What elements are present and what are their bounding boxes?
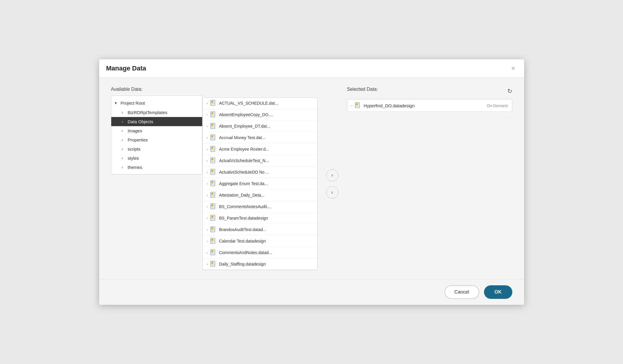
file-chevron-icon: › [207, 216, 208, 220]
file-chevron-icon: › [207, 113, 208, 116]
file-item[interactable]: › ActualVsScheduleTest_N... [203, 155, 317, 167]
selected-item-chevron-icon: › [351, 104, 353, 107]
file-name: Absent_Employee_DT.dat... [219, 124, 270, 129]
file-item[interactable]: › BrandosAuditTest.datad... [203, 224, 317, 235]
datadesign-file-icon [210, 238, 217, 244]
svg-rect-3 [211, 103, 214, 104]
svg-rect-46 [211, 227, 213, 229]
tree-item-styles-label: styles [128, 156, 139, 161]
close-button[interactable]: × [510, 65, 517, 72]
svg-rect-51 [211, 241, 214, 242]
svg-rect-60 [211, 265, 213, 266]
tree-item-biz[interactable]: › BizRDRptTemplates [111, 108, 202, 117]
file-name: Daily_Staffing.datadesign [219, 262, 266, 266]
svg-rect-63 [356, 106, 359, 106]
svg-rect-50 [211, 239, 213, 241]
selected-datadesign-icon [355, 102, 361, 109]
datadesign-file-icon [210, 180, 217, 187]
file-item[interactable]: › Aggregate Enum Test.da... [203, 178, 317, 190]
file-item[interactable]: › BS_ParamTest.datadesign [203, 213, 317, 224]
file-item[interactable]: › BS_CommentsNotesAudit.... [203, 201, 317, 213]
cancel-button[interactable]: Cancel [444, 285, 479, 299]
selected-item-name: Hyperfind_DO.datadesign [364, 103, 487, 108]
file-list: › ACTUAL_VS_SCHEDULE.dat... › [203, 98, 317, 270]
file-item[interactable]: › ACTUAL_VS_SCHEDULE.dat... [203, 98, 317, 109]
svg-rect-24 [211, 162, 213, 162]
file-chevron-icon: › [207, 136, 208, 139]
svg-rect-36 [211, 196, 213, 197]
file-item[interactable]: › Absent_Employee_DT.dat... [203, 121, 317, 132]
tree-item-styles[interactable]: › styles [111, 154, 202, 163]
add-to-selected-button[interactable]: › [326, 169, 339, 182]
tree-item-images[interactable]: › Images [111, 126, 202, 135]
styles-chevron-icon: › [122, 156, 127, 160]
file-name: CommentsAndNotes.datad... [219, 250, 272, 255]
file-name: Accrual Money Test.dat... [219, 135, 265, 140]
svg-rect-31 [211, 184, 214, 185]
ok-button[interactable]: OK [484, 285, 512, 299]
file-item[interactable]: › AbsentEmployeeCopy_DO.... [203, 109, 317, 121]
refresh-button[interactable]: ↻ [507, 88, 512, 95]
svg-rect-62 [356, 103, 358, 105]
file-item[interactable]: › ActualvsScheduleDO No ... [203, 167, 317, 178]
tree-item-data-objects-label: Data Objects [128, 119, 153, 124]
datadesign-file-icon [210, 111, 217, 118]
svg-rect-15 [211, 138, 214, 139]
svg-rect-64 [356, 107, 358, 107]
file-item[interactable]: › Acme Employee Roster.d... [203, 144, 317, 155]
selected-panel-content: › Hyperfind_DO.datadesign On-Demand [347, 99, 512, 112]
svg-rect-34 [211, 193, 213, 195]
datadesign-file-icon [210, 249, 217, 256]
file-chevron-icon: › [207, 159, 208, 162]
svg-rect-20 [211, 150, 213, 151]
tree-item-data-objects[interactable]: › Data Objects [111, 117, 202, 126]
svg-rect-47 [211, 230, 214, 230]
tree-item-properties[interactable]: › Properties [111, 135, 202, 144]
on-demand-badge: On-Demand [487, 103, 508, 108]
file-chevron-icon: › [207, 101, 208, 105]
file-name: ActualvsScheduleDO No ... [219, 170, 269, 174]
svg-rect-16 [211, 139, 213, 139]
selected-data-label: Selected Data: [347, 87, 378, 92]
file-chevron-icon: › [207, 262, 208, 266]
svg-rect-8 [211, 116, 213, 116]
file-item[interactable]: › Attestation_Daily_Deta... [203, 190, 317, 201]
file-name: AbsentEmployeeCopy_DO.... [219, 112, 273, 117]
file-name: BS_ParamTest.datadesign [219, 216, 268, 220]
svg-rect-23 [211, 161, 214, 162]
svg-rect-38 [211, 204, 213, 206]
dialog-title: Manage Data [106, 65, 146, 72]
datadesign-file-icon [210, 215, 217, 221]
datadesign-file-icon [210, 192, 217, 198]
file-panel-content: › ACTUAL_VS_SCHEDULE.dat... › [202, 97, 318, 270]
file-chevron-icon: › [207, 228, 208, 231]
tree-root-label: Project Root [121, 101, 145, 106]
file-item[interactable]: › Calendar Test.datadesign [203, 235, 317, 247]
file-name: Acme Employee Roster.d... [219, 147, 269, 151]
file-name: Aggregate Enum Test.da... [219, 181, 268, 186]
tree-item-themes-label: themes [128, 165, 142, 170]
svg-rect-35 [211, 195, 214, 196]
svg-rect-26 [211, 170, 213, 172]
svg-rect-30 [211, 181, 213, 183]
file-chevron-icon: › [207, 205, 208, 208]
file-item[interactable]: › Daily_Staffing.datadesign [203, 258, 317, 270]
tree-item-biz-label: BizRDRptTemplates [128, 110, 167, 115]
tree-item-scripts[interactable]: › scripts [111, 144, 202, 154]
tree-item-themes[interactable]: › themes [111, 163, 202, 172]
file-item[interactable]: › Accrual Money Test.dat... [203, 132, 317, 144]
datadesign-file-icon [210, 123, 217, 129]
datadesign-file-icon [210, 134, 217, 141]
file-name: BrandosAuditTest.datad... [219, 227, 266, 232]
svg-rect-44 [211, 219, 213, 220]
selected-data-panel: Selected Data: ↻ › Hyperfind_DO.datadesi… [347, 87, 512, 270]
tree-root-item[interactable]: ▾ Project Root [111, 98, 202, 108]
remove-from-selected-button[interactable]: ‹ [326, 186, 339, 199]
svg-rect-48 [211, 231, 213, 231]
svg-rect-22 [211, 158, 213, 160]
file-item[interactable]: › CommentsAndNotes.datad... [203, 247, 317, 258]
datadesign-file-icon [210, 157, 217, 164]
file-name: BS_CommentsNotesAudit.... [219, 204, 272, 209]
manage-data-dialog: Manage Data × Available Data: ▾ Project … [99, 59, 524, 305]
selected-item[interactable]: › Hyperfind_DO.datadesign On-Demand [347, 99, 512, 112]
